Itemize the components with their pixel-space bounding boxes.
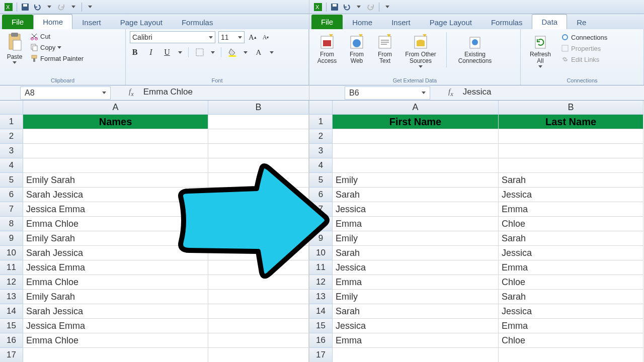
column-header-A[interactable]: A	[23, 101, 208, 115]
cell[interactable]: Jessica	[499, 304, 643, 319]
edit-links-button[interactable]: Edit Links	[561, 55, 607, 63]
qat-customize-icon[interactable]	[382, 2, 393, 13]
cell[interactable]	[208, 231, 309, 246]
cell[interactable]: Emma Chloe	[23, 275, 208, 290]
undo-icon[interactable]	[341, 2, 352, 13]
cell[interactable]: Jessica Emma	[23, 202, 208, 217]
cell[interactable]: First Name	[333, 115, 499, 129]
cell[interactable]: Emma	[333, 333, 499, 348]
cell[interactable]: Sarah Jessica	[23, 304, 208, 319]
cell[interactable]	[208, 188, 309, 202]
cell[interactable]: Last Name	[499, 115, 643, 129]
column-header-B[interactable]: B	[499, 101, 643, 115]
name-box[interactable]: A8	[20, 86, 111, 100]
row-header[interactable]: 15	[0, 319, 23, 333]
paste-button[interactable]: Paste	[4, 31, 25, 65]
column-header-A[interactable]: A	[333, 101, 499, 115]
cell[interactable]	[333, 158, 499, 173]
cut-button[interactable]: Cut	[30, 32, 84, 40]
cell[interactable]: Emily	[333, 290, 499, 304]
row-header[interactable]: 11	[0, 260, 23, 275]
tab-insert[interactable]: Insert	[72, 15, 111, 29]
increase-font-icon[interactable]: A▴	[248, 32, 258, 42]
refresh-all-button[interactable]: Refresh All	[525, 32, 556, 69]
row-header[interactable]: 6	[0, 188, 23, 202]
cell[interactable]	[208, 290, 309, 304]
tab-data[interactable]: Data	[532, 14, 567, 29]
from-web-button[interactable]: From Web	[345, 32, 369, 65]
cell[interactable]	[208, 319, 309, 333]
font-name-select[interactable]: Calibri	[130, 31, 215, 43]
cell[interactable]: Sarah	[499, 231, 643, 246]
existing-connections-button[interactable]: Existing Connections	[453, 32, 497, 65]
cell[interactable]	[23, 144, 208, 158]
undo-icon[interactable]	[32, 2, 43, 13]
bold-button[interactable]: B	[130, 47, 140, 57]
cell[interactable]: Emma Chloe	[23, 333, 208, 348]
cell[interactable]: Names	[23, 115, 208, 129]
qat-customize-icon[interactable]	[85, 2, 96, 13]
row-header[interactable]: 17	[309, 348, 333, 362]
cell[interactable]	[23, 348, 208, 362]
row-header[interactable]: 6	[309, 188, 333, 202]
cell[interactable]	[208, 129, 309, 144]
fill-color-button[interactable]	[227, 47, 237, 57]
row-header[interactable]: 14	[0, 304, 23, 319]
cell[interactable]	[208, 115, 309, 129]
cell[interactable]: Sarah	[333, 304, 499, 319]
cell[interactable]: Emily Sarah	[23, 173, 208, 188]
row-header[interactable]: 13	[0, 290, 23, 304]
cell[interactable]: Sarah	[499, 173, 643, 188]
row-header[interactable]: 16	[309, 333, 333, 348]
row-header[interactable]: 12	[0, 275, 23, 290]
fx-icon[interactable]: fx	[433, 87, 458, 98]
cell[interactable]	[208, 304, 309, 319]
row-header[interactable]: 14	[309, 304, 333, 319]
row-header[interactable]: 13	[309, 290, 333, 304]
cell[interactable]: Chloe	[499, 217, 643, 231]
tab-page-layout[interactable]: Page Layout	[420, 15, 481, 29]
row-header[interactable]: 1	[309, 115, 333, 129]
cell[interactable]: Emma	[333, 217, 499, 231]
cell[interactable]: Sarah Jessica	[23, 188, 208, 202]
borders-button[interactable]	[195, 47, 205, 57]
cell[interactable]: Jessica Emma	[23, 260, 208, 275]
cell[interactable]: Chloe	[499, 275, 643, 290]
cell[interactable]: Emma Chloe	[23, 217, 208, 231]
chevron-down-icon[interactable]	[211, 51, 215, 54]
tab-review[interactable]: Re	[567, 15, 589, 29]
cell[interactable]: Emily Sarah	[23, 290, 208, 304]
cell[interactable]: Emma	[333, 275, 499, 290]
cell[interactable]: Chloe	[499, 333, 643, 348]
chevron-down-icon[interactable]	[244, 51, 248, 54]
row-header[interactable]: 1	[0, 115, 23, 129]
row-header[interactable]: 4	[309, 158, 333, 173]
cell[interactable]	[499, 348, 643, 362]
cell[interactable]	[208, 348, 309, 362]
cell[interactable]	[208, 173, 309, 188]
row-header[interactable]: 2	[309, 129, 333, 144]
cell[interactable]	[208, 144, 309, 158]
tab-file[interactable]: File	[2, 15, 33, 29]
tab-formulas[interactable]: Formulas	[172, 15, 223, 29]
row-header[interactable]: 7	[309, 202, 333, 217]
row-header[interactable]: 17	[0, 348, 23, 362]
column-header-B[interactable]: B	[208, 101, 309, 115]
from-text-button[interactable]: From Text	[373, 32, 397, 65]
save-icon[interactable]	[20, 2, 31, 13]
cell[interactable]: Emily	[333, 231, 499, 246]
cell[interactable]: Jessica	[499, 246, 643, 260]
cell[interactable]	[208, 158, 309, 173]
cell[interactable]: Jessica	[499, 188, 643, 202]
cell[interactable]	[333, 348, 499, 362]
cell[interactable]	[499, 144, 643, 158]
tab-home[interactable]: Home	[33, 14, 72, 29]
row-header[interactable]: 10	[309, 246, 333, 260]
tab-home[interactable]: Home	[343, 15, 382, 29]
tab-file[interactable]: File	[311, 15, 343, 29]
chevron-down-icon[interactable]	[270, 51, 274, 54]
tab-formulas[interactable]: Formulas	[481, 15, 532, 29]
from-access-button[interactable]: From Access	[313, 32, 341, 65]
row-header[interactable]: 16	[0, 333, 23, 348]
row-header[interactable]: 9	[0, 231, 23, 246]
